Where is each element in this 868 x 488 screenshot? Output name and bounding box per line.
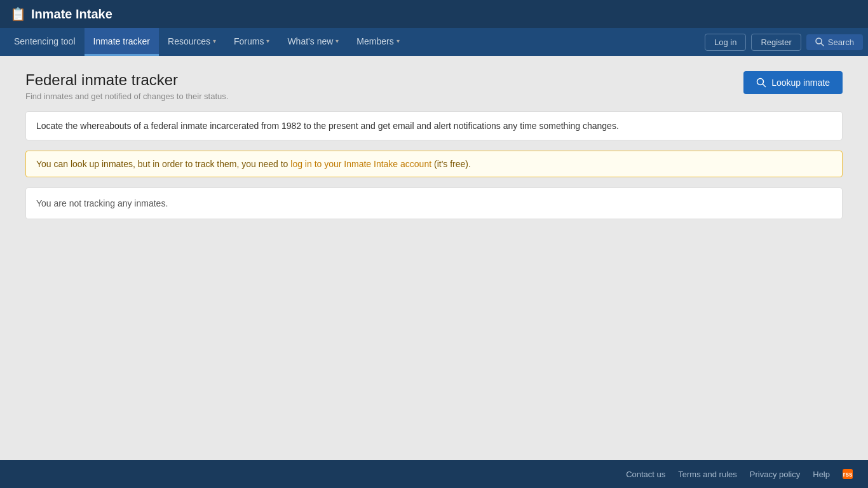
nav-forums[interactable]: Forums ▾ (225, 28, 278, 56)
log-in-button[interactable]: Log in (705, 34, 746, 51)
forums-chevron-icon: ▾ (266, 37, 269, 44)
nav-whats-new[interactable]: What's new ▾ (278, 28, 348, 56)
nav-members[interactable]: Members ▾ (348, 28, 408, 56)
main-content: Federal inmate tracker Find inmates and … (0, 56, 868, 460)
login-link[interactable]: log in to your Inmate Intake account (290, 159, 431, 169)
lookup-inmate-button[interactable]: Lookup inmate (743, 71, 843, 94)
nav-resources[interactable]: Resources ▾ (159, 28, 225, 56)
privacy-policy-link[interactable]: Privacy policy (750, 470, 800, 479)
help-link[interactable]: Help (813, 470, 830, 479)
search-icon (815, 37, 824, 46)
svg-line-1 (821, 43, 824, 46)
whats-new-chevron-icon: ▾ (336, 37, 339, 44)
resources-chevron-icon: ▾ (213, 37, 216, 44)
page-title-block: Federal inmate tracker Find inmates and … (25, 71, 228, 101)
alert-box: You can look up inmates, but in order to… (25, 151, 843, 177)
contact-us-link[interactable]: Contact us (626, 470, 665, 479)
site-footer: Contact us Terms and rules Privacy polic… (0, 460, 868, 488)
site-title: Inmate Intake (31, 7, 112, 22)
svg-line-3 (763, 85, 766, 87)
rss-icon[interactable]: rss (843, 469, 853, 479)
lookup-search-icon (756, 78, 766, 88)
terms-and-rules-link[interactable]: Terms and rules (678, 470, 736, 479)
site-logo[interactable]: 📋 Inmate Intake (10, 6, 112, 22)
logo-icon: 📋 (10, 6, 26, 22)
page-title: Federal inmate tracker (25, 71, 228, 89)
nav-right: Log in Register Search (705, 28, 863, 56)
tracking-empty-box: You are not tracking any inmates. (25, 187, 843, 219)
main-nav: Sentencing tool Inmate tracker Resources… (0, 28, 868, 56)
nav-left: Sentencing tool Inmate tracker Resources… (5, 28, 705, 56)
info-box: Locate the whereabouts of a federal inma… (25, 111, 843, 140)
nav-inmate-tracker[interactable]: Inmate tracker (85, 28, 159, 56)
site-header: 📋 Inmate Intake (0, 0, 868, 28)
register-button[interactable]: Register (751, 34, 801, 51)
page-header: Federal inmate tracker Find inmates and … (25, 71, 843, 101)
search-button[interactable]: Search (806, 34, 863, 50)
nav-sentencing-tool[interactable]: Sentencing tool (5, 28, 85, 56)
page-subtitle: Find inmates and get notified of changes… (25, 92, 228, 101)
members-chevron-icon: ▾ (397, 37, 400, 44)
